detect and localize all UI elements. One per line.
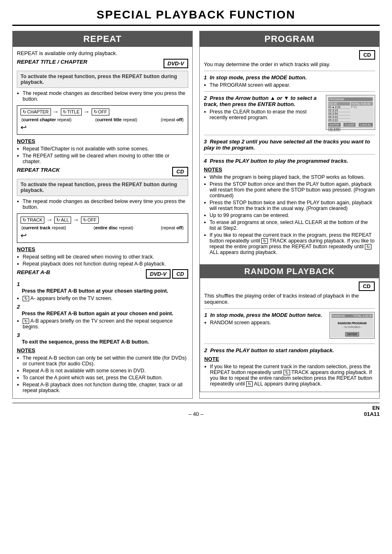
title-chapter-bullet1: The repeat mode changes as described bel… (17, 90, 188, 102)
cd-badge-ab: CD (172, 269, 188, 279)
ab-step2-desc: Press the REPEAT A-B button again at you… (22, 311, 188, 316)
off-icon: ↻ OFF (92, 108, 109, 115)
title-chapter-notes-title: NOTES (17, 138, 188, 144)
track-diagram: ↻ TRACK → ↻ ALL → ↻ OFF (current track r… (17, 213, 188, 243)
repeat-section-header: REPEAT (13, 31, 192, 47)
bottom-bar: – 40 – EN01A11 (12, 403, 380, 417)
repeat-track-note1: Repeat setting will be cleared when movi… (17, 254, 188, 260)
ab-step3-desc: To exit the sequence, press the REPEAT A… (22, 339, 188, 345)
arrow3: → (46, 216, 53, 224)
ab-note2: Repeat A-B is not available with some sc… (17, 368, 188, 374)
title-chapter-note2: The REPEAT setting will be cleared when … (17, 153, 188, 164)
random-note-title: NOTE (204, 356, 375, 362)
program-cd-badge: CD (359, 50, 375, 60)
prog-step3-num: 3 Repeat step 2 until you have selected … (204, 138, 375, 151)
cd-badge-track: CD (172, 167, 188, 176)
program-section-header: PROGRAM (200, 31, 379, 47)
repeat-track-bullet1: The repeat mode changes as described bel… (17, 199, 188, 210)
page-number: – 40 – (135, 411, 257, 417)
ab-step2-num: 2 (17, 304, 188, 310)
dvdv-badge: DVD-V (164, 59, 188, 68)
title-icon: ↻ TITLE (61, 108, 82, 115)
chapter-label: (current chapter repeat) (21, 117, 71, 122)
arrow4: → (73, 216, 79, 224)
all-label: (entire disc repeat) (94, 225, 134, 230)
track-off-icon: ↻ OFF (81, 217, 99, 224)
ab-step1-num: 1 (17, 281, 188, 287)
ab-step2-bullet: ↻ A-B appears briefly on the TV screen a… (17, 318, 188, 330)
prog-note2: Press the STOP button once and then the … (204, 181, 375, 199)
random-step2-num: 2 Press the PLAY button to start random … (204, 347, 375, 353)
dvdv-badge-ab: DVD-V (146, 269, 171, 279)
repeat-track-note2: Repeat playback does not function during… (17, 261, 188, 267)
off-label: (repeat off) (161, 117, 184, 122)
prog-note1: While the program is being played back, … (204, 174, 375, 180)
ab-note4: Repeat A-B playback does not function du… (17, 382, 188, 393)
track-off-label: (repeat off) (161, 225, 184, 230)
repeat-track-instruction: To activate the repeat function, press t… (17, 179, 188, 196)
all-icon: ↻ ALL (54, 217, 71, 224)
track-icon: ↻ TRACK (21, 217, 44, 224)
repeat-ab-header: REPEAT A-B DVD-V CD (17, 269, 188, 279)
prog-note5: To erase all programs at once, select AL… (204, 219, 375, 231)
page-title: SPECIAL PLAYBACK FUNCTION (12, 8, 380, 26)
ab-step1-bullet: ↻ A- appears briefly on the TV screen. (17, 295, 188, 301)
lang-code: EN01A11 (257, 405, 380, 417)
prog-note6: If you like to repeat the current track … (204, 232, 375, 255)
prog-step1-bullet: The PROGRAM screen will appear. (204, 82, 375, 88)
title-chapter-instruction: To activate the repeat function, press t… (17, 71, 188, 88)
ab-step1-desc: Press the REPEAT A-B button at your chos… (22, 288, 188, 294)
ab-step3-num: 3 (17, 332, 188, 338)
ab-notes-title: NOTES (17, 347, 188, 353)
random-step1-bullet: RANDOM screen appears. (204, 320, 375, 325)
program-notes-title: NOTES (204, 166, 375, 173)
prog-step4-num: 4 Press the PLAY button to play the prog… (204, 158, 375, 164)
repeat-track-header: REPEAT TRACK CD (17, 167, 188, 176)
random-intro: This shuffles the playing order of track… (204, 293, 375, 305)
random-cd-badge: CD (359, 282, 375, 291)
prog-note3: Press the STOP button twice and then the… (204, 200, 375, 211)
ab-note1: The repeat A-B section can only be set w… (17, 355, 188, 367)
repeat-intro: REPEAT is available only during playback… (17, 50, 188, 56)
title-chapter-diagram: ↻ CHAPTER → ↻ TITLE → ↻ OFF (current cha… (17, 105, 188, 135)
random-playback-section: RANDOM PLAYBACK CD This shuffles the pla… (200, 264, 379, 392)
ab-note3: To cancel the A point which was set, pre… (17, 375, 188, 381)
prog-step1-num: 1 In stop mode, press the MODE button. (204, 74, 375, 81)
arrow1: → (53, 108, 59, 115)
program-intro: You may determine the order in which tra… (204, 61, 375, 67)
repeat-title-chapter-header: REPEAT TITLE / CHAPTER DVD-V (17, 59, 188, 68)
random-note1: If you like to repeat the current track … (204, 364, 375, 387)
title-label: (current title repeat) (95, 117, 137, 122)
title-chapter-note1: Repeat Title/Chapter is not available wi… (17, 146, 188, 152)
repeat-track-notes-title: NOTES (17, 246, 188, 252)
chapter-icon: ↻ CHAPTER (21, 108, 51, 115)
arrow2: → (83, 108, 90, 115)
random-playback-header: RANDOM PLAYBACK (200, 265, 379, 278)
prog-note4: Up to 99 programs can be entered. (204, 212, 375, 218)
track-label: (current track repeat) (21, 225, 66, 230)
prog-step2-bullet: Press the CLEAR button to erase the most… (204, 109, 375, 120)
